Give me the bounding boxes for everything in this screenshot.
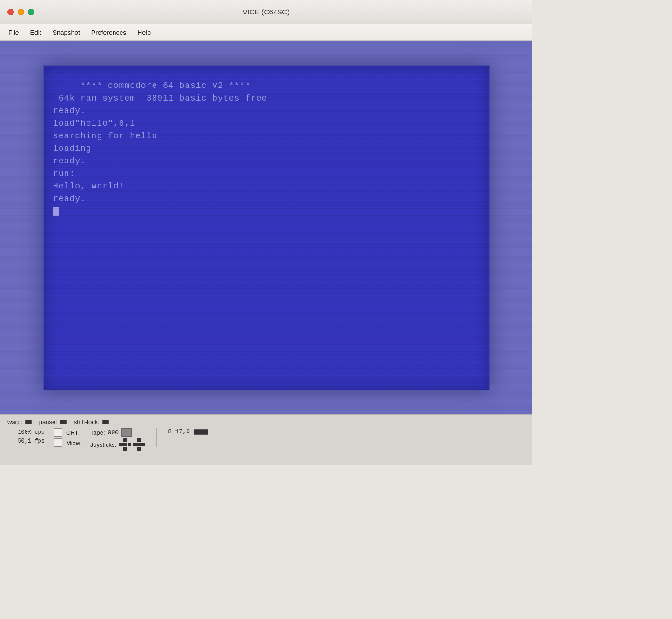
numbers-display: 8 17,0 — [168, 428, 190, 435]
cursor — [53, 207, 59, 216]
tape-section: Tape: 000 Joysticks: — [90, 428, 145, 451]
menu-bar: File Edit Snapshot Preferences Help — [0, 24, 532, 41]
mixer-label: Mixer — [66, 439, 81, 446]
tape-button[interactable] — [121, 428, 132, 437]
shiftlock-status: shift-lock: — [74, 418, 109, 425]
mixer-checkbox[interactable] — [54, 438, 62, 447]
numbers-led — [194, 429, 208, 435]
pause-label: pause: — [39, 418, 57, 425]
menu-snapshot[interactable]: Snapshot — [48, 27, 85, 38]
joystick-icon-1 — [119, 438, 131, 451]
window-title: VICE (C64SC) — [242, 8, 289, 16]
tape-row: Tape: 000 — [90, 428, 145, 437]
warp-led — [25, 420, 32, 424]
menu-help[interactable]: Help — [133, 27, 155, 38]
joysticks-row: Joysticks: — [90, 438, 145, 451]
menu-file[interactable]: File — [4, 27, 24, 38]
title-bar: VICE (C64SC) — [0, 0, 532, 24]
screen-content: **** commodore 64 basic v2 **** 64k ram … — [44, 66, 489, 227]
menu-edit[interactable]: Edit — [26, 27, 46, 38]
status-bottom-row: 100% cpu 50,1 fps CRT Mixer Tape: 000 Jo… — [7, 428, 525, 451]
joystick-icons — [119, 438, 145, 451]
screen-line-1: **** commodore 64 basic v2 **** — [53, 80, 479, 92]
tape-counter: 000 — [108, 429, 119, 436]
shiftlock-label: shift-lock: — [74, 418, 100, 425]
warp-status: warp: — [7, 418, 32, 425]
screen-line-6: load"hello",8,1 — [53, 117, 479, 130]
emulator-area: **** commodore 64 basic v2 **** 64k ram … — [0, 41, 532, 414]
status-bar: warp: pause: shift-lock: 100% cpu 50,1 f… — [0, 414, 532, 465]
maximize-button[interactable] — [28, 9, 34, 15]
c64-screen: **** commodore 64 basic v2 **** 64k ram … — [43, 65, 490, 390]
pause-status: pause: — [39, 418, 67, 425]
toggle-group: CRT Mixer — [54, 428, 81, 447]
close-button[interactable] — [7, 9, 14, 15]
joysticks-label: Joysticks: — [90, 441, 116, 448]
crt-checkbox[interactable] — [54, 428, 62, 437]
tape-label: Tape: — [90, 429, 105, 436]
crt-toggle[interactable]: CRT — [54, 428, 81, 437]
mixer-toggle[interactable]: Mixer — [54, 438, 81, 447]
cpu-label: 100% cpu — [7, 428, 45, 437]
screen-line-3: 64k ram system 38911 basic bytes free — [53, 92, 479, 105]
numbers-section: 8 17,0 — [168, 428, 208, 435]
status-top-row: warp: pause: shift-lock: — [7, 418, 525, 425]
crt-label: CRT — [66, 429, 78, 436]
fps-label: 50,1 fps — [7, 437, 45, 446]
screen-line-11: run: — [53, 168, 479, 180]
screen-line-5: ready. — [53, 105, 479, 117]
screen-line-14: ready. — [53, 193, 479, 205]
screen-line-12: Hello, world! — [53, 180, 479, 193]
window-controls — [7, 9, 34, 15]
screen-cursor-line — [53, 205, 479, 218]
pause-led — [60, 420, 67, 424]
divider — [156, 428, 157, 447]
menu-preferences[interactable]: Preferences — [87, 27, 131, 38]
screen-line-9: loading — [53, 142, 479, 155]
cpu-fps-display: 100% cpu 50,1 fps — [7, 428, 45, 446]
minimize-button[interactable] — [18, 9, 24, 15]
screen-line-8: searching for hello — [53, 130, 479, 142]
screen-line-10: ready. — [53, 155, 479, 168]
warp-label: warp: — [7, 418, 22, 425]
shiftlock-led — [102, 420, 109, 424]
joystick-icon-2 — [133, 438, 145, 451]
